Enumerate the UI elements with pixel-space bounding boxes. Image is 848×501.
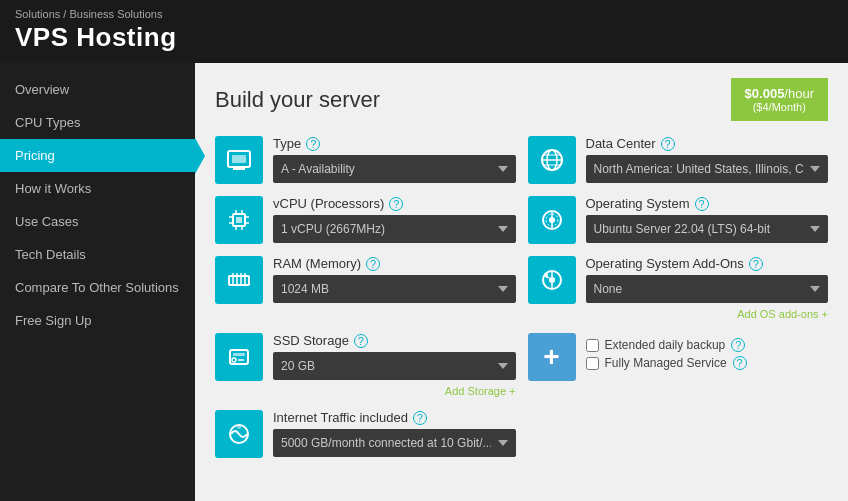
extended-backup-item[interactable]: Extended daily backup ? [586, 338, 829, 352]
svg-rect-10 [236, 217, 242, 223]
svg-point-20 [549, 217, 555, 223]
os-content: Operating System ? Ubuntu Server 22.04 (… [586, 196, 829, 243]
build-header: Build your server $0.005/hour ($4/Month) [215, 78, 828, 121]
os-addons-link[interactable]: Add OS add-ons + [737, 308, 828, 320]
os-addons-label: Operating System Add-Ons ? [586, 256, 829, 271]
vcpu-icon [215, 196, 263, 244]
os-addons-content: Operating System Add-Ons ? None Add OS a… [586, 256, 829, 321]
price-monthly: ($4/Month) [745, 101, 814, 113]
os-addon-note: Add OS add-ons + [586, 306, 829, 321]
os-help[interactable]: ? [695, 197, 709, 211]
svg-point-34 [549, 277, 555, 283]
traffic-config: Internet Traffic included ? 5000 GB/mont… [215, 410, 516, 458]
ssd-config: SSD Storage ? 20 GB Add Storage + [215, 333, 516, 398]
sidebar-item-pricing[interactable]: Pricing [0, 139, 195, 172]
ssd-help[interactable]: ? [354, 334, 368, 348]
ssd-icon [215, 333, 263, 381]
traffic-icon [215, 410, 263, 458]
vcpu-select[interactable]: 1 vCPU (2667MHz) [273, 215, 516, 243]
type-content: Type ? A - Availability [273, 136, 516, 183]
extended-backup-help[interactable]: ? [731, 338, 745, 352]
fully-managed-label: Fully Managed Service [605, 356, 727, 370]
traffic-select[interactable]: 5000 GB/month connected at 10 Gbit/... [273, 429, 516, 457]
type-help[interactable]: ? [306, 137, 320, 151]
svg-rect-40 [233, 353, 245, 356]
sidebar-item-compare[interactable]: Compare To Other Solutions [0, 271, 195, 304]
ram-label: RAM (Memory) ? [273, 256, 516, 271]
config-grid: Type ? A - Availability Data Center ? [215, 136, 828, 458]
extras-content: Extended daily backup ? Fully Managed Se… [586, 333, 829, 374]
svg-rect-1 [232, 155, 246, 163]
vcpu-label: vCPU (Processors) ? [273, 196, 516, 211]
checkbox-group: Extended daily backup ? Fully Managed Se… [586, 338, 829, 370]
ssd-extra: Add Storage + [273, 383, 516, 398]
ssd-label: SSD Storage ? [273, 333, 516, 348]
os-config: Operating System ? Ubuntu Server 22.04 (… [528, 196, 829, 244]
svg-point-41 [232, 358, 236, 362]
sidebar-item-cpu-types[interactable]: CPU Types [0, 106, 195, 139]
os-select[interactable]: Ubuntu Server 22.04 (LTS) 64-bit [586, 215, 829, 243]
extras-config: + Extended daily backup ? Fully Managed … [528, 333, 829, 398]
extended-backup-label: Extended daily backup [605, 338, 726, 352]
sidebar-item-overview[interactable]: Overview [0, 73, 195, 106]
extras-icon: + [528, 333, 576, 381]
ram-icon [215, 256, 263, 304]
svg-point-38 [544, 273, 548, 277]
fully-managed-item[interactable]: Fully Managed Service ? [586, 356, 829, 370]
datacenter-icon [528, 136, 576, 184]
sidebar-item-use-cases[interactable]: Use Cases [0, 205, 195, 238]
sidebar-item-tech-details[interactable]: Tech Details [0, 238, 195, 271]
fully-managed-checkbox[interactable] [586, 357, 599, 370]
page-title: VPS Hosting [15, 22, 833, 53]
vcpu-help[interactable]: ? [389, 197, 403, 211]
vcpu-content: vCPU (Processors) ? 1 vCPU (2667MHz) [273, 196, 516, 243]
type-config: Type ? A - Availability [215, 136, 516, 184]
ram-content: RAM (Memory) ? 1024 MB [273, 256, 516, 303]
ssd-content: SSD Storage ? 20 GB Add Storage + [273, 333, 516, 398]
fully-managed-help[interactable]: ? [733, 356, 747, 370]
datacenter-help[interactable]: ? [661, 137, 675, 151]
os-addons-config: Operating System Add-Ons ? None Add OS a… [528, 256, 829, 321]
svg-point-44 [237, 425, 241, 429]
ssd-select[interactable]: 20 GB [273, 352, 516, 380]
type-icon [215, 136, 263, 184]
ssd-add-link[interactable]: Add Storage + [445, 385, 516, 397]
ram-help[interactable]: ? [366, 257, 380, 271]
main-layout: Overview CPU Types Pricing How it Works … [0, 63, 848, 501]
type-select[interactable]: A - Availability [273, 155, 516, 183]
traffic-label: Internet Traffic included ? [273, 410, 516, 425]
price-main: $0.005/hour [745, 86, 814, 101]
ram-select[interactable]: 1024 MB [273, 275, 516, 303]
os-addons-select[interactable]: None [586, 275, 829, 303]
datacenter-config: Data Center ? North America: United Stat… [528, 136, 829, 184]
type-label: Type ? [273, 136, 516, 151]
svg-rect-24 [229, 276, 249, 285]
ram-config: RAM (Memory) ? 1024 MB [215, 256, 516, 321]
price-badge: $0.005/hour ($4/Month) [731, 78, 828, 121]
os-label: Operating System ? [586, 196, 829, 211]
os-addons-help[interactable]: ? [749, 257, 763, 271]
vcpu-config: vCPU (Processors) ? 1 vCPU (2667MHz) [215, 196, 516, 244]
datacenter-select[interactable]: North America: United States, Illinois, … [586, 155, 829, 183]
content-area: Build your server $0.005/hour ($4/Month)… [195, 63, 848, 501]
sidebar: Overview CPU Types Pricing How it Works … [0, 63, 195, 501]
datacenter-content: Data Center ? North America: United Stat… [586, 136, 829, 183]
traffic-help[interactable]: ? [413, 411, 427, 425]
sidebar-item-free-signup[interactable]: Free Sign Up [0, 304, 195, 337]
traffic-content: Internet Traffic included ? 5000 GB/mont… [273, 410, 516, 457]
breadcrumb: Solutions / Business Solutions [15, 8, 833, 20]
sidebar-item-how-it-works[interactable]: How it Works [0, 172, 195, 205]
os-addons-icon [528, 256, 576, 304]
page-header: Solutions / Business Solutions VPS Hosti… [0, 0, 848, 63]
build-title: Build your server [215, 87, 380, 113]
datacenter-label: Data Center ? [586, 136, 829, 151]
os-icon [528, 196, 576, 244]
extended-backup-checkbox[interactable] [586, 339, 599, 352]
